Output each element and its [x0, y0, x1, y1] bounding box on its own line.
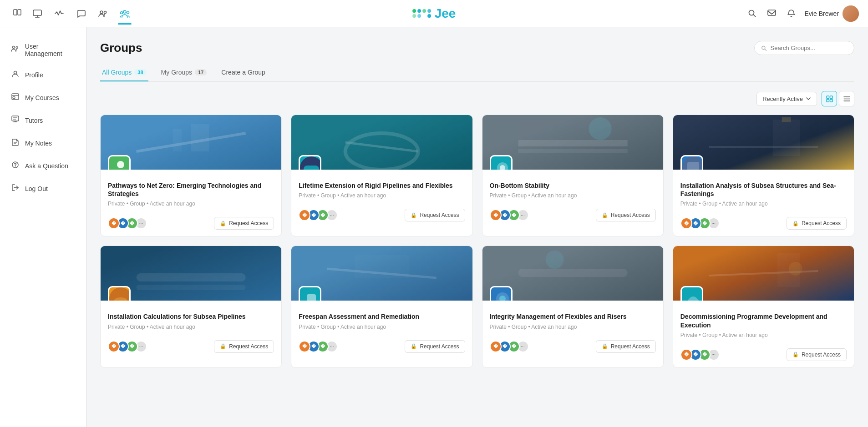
sidebar-item-my-notes[interactable]: My Notes	[0, 132, 86, 155]
notifications-button[interactable]	[785, 7, 797, 20]
svg-point-14	[16, 47, 18, 49]
sidebar-label-ask-question: Ask a Question	[25, 162, 68, 170]
group-card[interactable]: Installation Calculations for Subsea Pip…	[100, 246, 282, 367]
card-body: Lifetime Extension of Rigid Pipelines an…	[291, 170, 472, 209]
request-access-button[interactable]: 🔒 Request Access	[405, 340, 465, 353]
card-footer: ��� ··· 🔒 Request Access	[482, 209, 663, 228]
group-card[interactable]: Pathways to Net Zero: Emerging Technolog…	[100, 115, 282, 236]
request-label: Request Access	[802, 220, 841, 226]
svg-point-42	[117, 161, 124, 168]
request-access-button[interactable]: 🔒 Request Access	[214, 340, 274, 353]
sidebar-item-logout[interactable]: Log Out	[0, 177, 86, 200]
people-nav-button[interactable]	[93, 4, 113, 24]
sidebar-item-profile[interactable]: Profile	[0, 64, 86, 86]
card-meta: Private • Group • Active an hour ago	[490, 324, 656, 330]
group-card[interactable]: Freespan Assessment and Remediation Priv…	[291, 246, 472, 367]
sidebar-item-my-courses[interactable]: My Courses	[0, 86, 86, 109]
request-label: Request Access	[229, 343, 268, 350]
sort-dropdown[interactable]: Recently Active	[756, 92, 817, 106]
card-body: Integrity Management of Flexibles and Ri…	[482, 301, 663, 340]
request-access-button[interactable]: 🔒 Request Access	[405, 209, 465, 221]
lock-icon: 🔒	[602, 212, 608, 218]
notes-icon	[10, 138, 20, 148]
activity-nav-button[interactable]	[49, 4, 69, 24]
sidebar-toggle-button[interactable]	[9, 6, 25, 21]
group-card[interactable]: On-Bottom Stability Private • Group • Ac…	[482, 115, 664, 236]
card-image	[673, 115, 854, 170]
nav-left	[9, 4, 135, 24]
lock-icon: 🔒	[792, 352, 799, 357]
page-title: Groups	[100, 41, 142, 55]
card-footer: ��� ··· 🔒 Request Access	[673, 348, 854, 367]
svg-rect-19	[12, 116, 19, 121]
card-members: ��� ···	[680, 349, 721, 361]
request-label: Request Access	[611, 212, 650, 218]
group-card[interactable]: Integrity Management of Flexibles and Ri…	[482, 246, 664, 367]
logo-text: Jee	[435, 6, 456, 21]
svg-rect-33	[827, 99, 829, 102]
tabs: All Groups 38 My Groups 17 Create a Grou…	[100, 64, 854, 82]
svg-rect-49	[518, 149, 627, 153]
chat-nav-button[interactable]	[71, 4, 91, 24]
user-info[interactable]: Evie Brewer	[805, 5, 859, 22]
search-icon	[761, 45, 766, 51]
request-access-button[interactable]: 🔒 Request Access	[787, 217, 847, 230]
svg-line-11	[753, 15, 756, 17]
group-card[interactable]: Lifetime Extension of Rigid Pipelines an…	[291, 115, 472, 236]
group-card[interactable]: Installation Analysis of Subsea Structur…	[673, 115, 854, 236]
svg-rect-40	[173, 129, 182, 151]
groups-nav-button[interactable]	[115, 4, 135, 24]
sidebar-label-my-courses: My Courses	[25, 94, 59, 101]
svg-rect-12	[768, 10, 776, 15]
tab-create-group[interactable]: Create a Group	[219, 64, 267, 81]
lock-icon: 🔒	[602, 343, 608, 349]
card-body: Installation Analysis of Subsea Structur…	[673, 170, 854, 217]
tab-my-groups[interactable]: My Groups 17	[159, 64, 209, 81]
messages-button[interactable]	[766, 7, 778, 20]
monitor-nav-button[interactable]	[27, 4, 47, 24]
svg-line-45	[345, 142, 418, 151]
svg-point-50	[589, 117, 611, 140]
svg-point-68	[545, 251, 563, 269]
member-avatar: �	[108, 217, 120, 229]
svg-rect-1	[18, 10, 21, 15]
card-avatar	[490, 155, 513, 170]
svg-rect-58	[687, 162, 699, 170]
svg-point-27	[15, 166, 15, 167]
sidebar-label-tutors: Tutors	[25, 117, 43, 124]
group-card[interactable]: Decommissioning Programme Development an…	[673, 246, 854, 367]
search-box[interactable]	[754, 41, 854, 55]
card-members: ��� ···	[108, 217, 149, 229]
request-access-button[interactable]: 🔒 Request Access	[596, 340, 656, 353]
request-access-button[interactable]: 🔒 Request Access	[596, 209, 656, 221]
tab-create-group-label: Create a Group	[221, 69, 265, 76]
card-image	[291, 246, 472, 301]
svg-rect-54	[772, 120, 800, 156]
sidebar-item-ask-question[interactable]: Ask a Question	[0, 155, 86, 177]
list-view-button[interactable]	[839, 91, 854, 106]
card-meta: Private • Group • Active an hour ago	[108, 324, 274, 330]
search-button[interactable]	[746, 7, 758, 20]
sidebar-item-tutors[interactable]: Tutors	[0, 109, 86, 132]
tab-all-groups[interactable]: All Groups 38	[100, 64, 148, 81]
svg-rect-31	[827, 96, 829, 99]
card-body: On-Bottom Stability Private • Group • Ac…	[482, 170, 663, 209]
tab-my-groups-label: My Groups	[161, 69, 192, 76]
card-members: ��� ···	[108, 341, 149, 352]
svg-rect-47	[304, 166, 319, 170]
member-avatar: �	[490, 209, 502, 221]
grid-view-button[interactable]	[822, 91, 837, 106]
sidebar-label-profile: Profile	[25, 71, 43, 79]
request-access-button[interactable]: 🔒 Request Access	[214, 217, 274, 230]
card-avatar	[680, 155, 703, 170]
sidebar-item-user-management[interactable]: User Management	[0, 36, 86, 64]
card-image	[101, 246, 281, 301]
svg-rect-0	[14, 10, 17, 15]
card-avatar	[299, 286, 321, 301]
request-access-button[interactable]: 🔒 Request Access	[787, 348, 847, 361]
card-title: Installation Calculations for Subsea Pip…	[108, 312, 274, 321]
svg-rect-66	[307, 294, 316, 301]
sort-label: Recently Active	[762, 95, 803, 102]
search-input[interactable]	[770, 45, 848, 51]
nav-right: Evie Brewer	[746, 5, 859, 22]
